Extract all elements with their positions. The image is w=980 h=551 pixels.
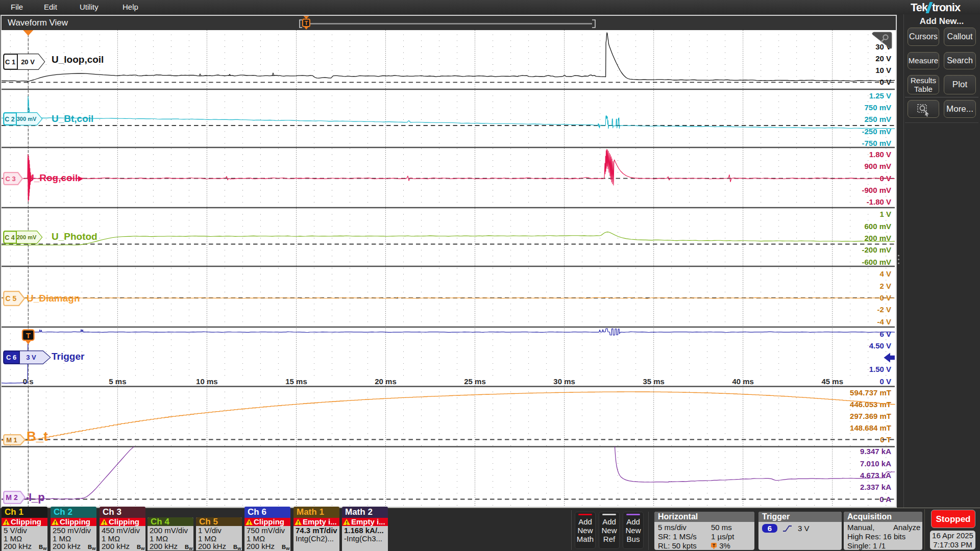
svg-text:T: T bbox=[305, 20, 308, 26]
svg-text:tronix: tronix bbox=[932, 2, 961, 14]
svg-text:C 5: C 5 bbox=[6, 294, 17, 303]
svg-text:300 mV: 300 mV bbox=[17, 116, 37, 122]
svg-text:M 2: M 2 bbox=[6, 493, 18, 502]
svg-text:C 6: C 6 bbox=[6, 354, 16, 361]
svg-text:T: T bbox=[713, 543, 716, 548]
svg-text:M 1: M 1 bbox=[6, 436, 17, 444]
svg-text:20 V: 20 V bbox=[21, 58, 35, 65]
svg-text:C 3: C 3 bbox=[5, 174, 15, 182]
svg-text:C 4: C 4 bbox=[5, 234, 15, 241]
svg-text:200 mV: 200 mV bbox=[17, 234, 37, 240]
svg-text:Tek: Tek bbox=[911, 2, 928, 14]
svg-text:3 V: 3 V bbox=[26, 354, 36, 361]
svg-text:C 1: C 1 bbox=[5, 58, 15, 65]
svg-text:C 2: C 2 bbox=[5, 116, 15, 123]
